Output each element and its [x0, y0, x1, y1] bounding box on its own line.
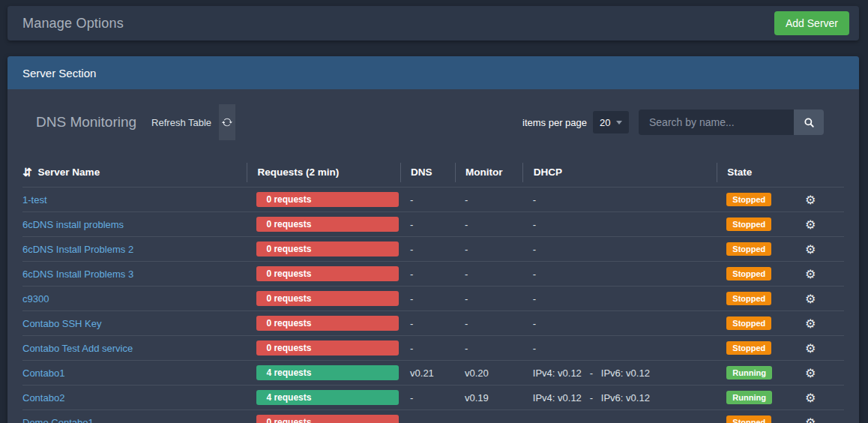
gear-icon[interactable]: ⚙: [801, 391, 820, 405]
server-name-cell: Demo Contabo1: [22, 417, 247, 423]
monitor-value: v0.19: [455, 392, 522, 404]
monitor-value: -: [455, 268, 522, 280]
gear-icon[interactable]: ⚙: [801, 218, 820, 232]
gear-icon[interactable]: ⚙: [801, 341, 820, 356]
column-label-monitor: Monitor: [465, 166, 503, 178]
server-name-cell: c9300: [22, 293, 247, 304]
gear-icon[interactable]: ⚙: [801, 416, 820, 423]
table-row: 6cDNS Install Problems 3 0 requests - - …: [22, 261, 844, 286]
state-badge: Stopped: [726, 242, 771, 256]
gear-icon[interactable]: ⚙: [801, 292, 820, 306]
gear-icon[interactable]: ⚙: [801, 242, 820, 256]
dhcp-value: -: [522, 194, 717, 206]
server-name-link[interactable]: 6cDNS Install Problems 2: [22, 244, 133, 255]
server-name-link[interactable]: 6cDNS Install Problems 3: [22, 268, 133, 280]
requests-cell: 0 requests: [247, 217, 400, 232]
dns-value: -: [400, 318, 455, 329]
table-row: Contabo SSH Key 0 requests - - - Stopped…: [22, 310, 844, 335]
state-badge: Stopped: [726, 267, 771, 280]
server-name-cell: 6cDNS Install Problems 3: [22, 268, 247, 280]
server-name-link[interactable]: Contabo SSH Key: [22, 318, 102, 329]
gear-icon[interactable]: ⚙: [801, 193, 820, 207]
gear-icon[interactable]: ⚙: [801, 316, 820, 331]
server-name-link[interactable]: 1-test: [22, 194, 47, 206]
dhcp-value: -: [522, 343, 717, 354]
server-name-link[interactable]: Contabo2: [22, 392, 64, 404]
column-header-server-name[interactable]: ⇵ Server Name: [22, 163, 247, 182]
items-per-page-value: 20: [600, 117, 610, 128]
server-section-panel: Server Section DNS Monitoring Refresh Ta…: [7, 56, 859, 423]
actions-cell: ⚙: [799, 218, 844, 232]
dns-value: v0.21: [400, 368, 455, 379]
dns-value: -: [400, 194, 455, 206]
server-name-cell: Contabo1: [22, 368, 247, 379]
search-button[interactable]: [794, 110, 824, 135]
requests-badge: 4 requests: [256, 390, 399, 405]
column-header-monitor: Monitor: [455, 163, 522, 182]
state-badge: Stopped: [726, 341, 771, 355]
column-label-server-name: Server Name: [38, 166, 100, 178]
dhcp-value: -: [522, 293, 717, 304]
state-cell: Running: [717, 391, 799, 404]
dns-value: -: [400, 392, 455, 404]
monitor-value: -: [455, 293, 522, 304]
table-row: 1-test 0 requests - - - Stopped ⚙: [22, 187, 844, 212]
monitor-value: -: [455, 219, 522, 230]
server-name-cell: Contabo Test Add service: [22, 343, 247, 354]
dns-value: -: [400, 268, 455, 280]
state-badge: Stopped: [726, 193, 771, 206]
items-per-page-select[interactable]: 20: [593, 111, 629, 134]
server-section-title: Server Section: [22, 67, 96, 80]
requests-cell: 0 requests: [247, 316, 400, 331]
gear-icon[interactable]: ⚙: [801, 267, 820, 281]
dns-value: -: [400, 293, 455, 304]
actions-cell: ⚙: [799, 242, 844, 256]
server-name-link[interactable]: c9300: [22, 293, 49, 304]
requests-badge: 0 requests: [256, 291, 399, 306]
state-cell: Running: [717, 366, 799, 380]
requests-cell: 4 requests: [247, 365, 400, 380]
actions-cell: ⚙: [799, 316, 844, 331]
server-name-cell: 6cDNS Install Problems 2: [22, 244, 247, 255]
dhcp-value: -: [522, 268, 717, 280]
requests-cell: 4 requests: [247, 390, 400, 405]
column-header-state: State: [717, 163, 799, 182]
actions-cell: ⚙: [799, 267, 844, 281]
gear-icon[interactable]: ⚙: [801, 366, 820, 380]
monitor-value: -: [455, 244, 522, 255]
state-cell: Stopped: [717, 416, 799, 423]
actions-cell: ⚙: [799, 292, 844, 306]
server-name-link[interactable]: Contabo Test Add service: [22, 343, 133, 354]
state-cell: Stopped: [717, 292, 799, 305]
state-badge: Running: [726, 391, 772, 404]
requests-cell: 0 requests: [247, 415, 400, 423]
server-section-header: Server Section: [7, 56, 859, 89]
toolbar-right-group: items per page 20: [522, 110, 824, 135]
table-toolbar: DNS Monitoring Refresh Table items per p…: [22, 104, 844, 140]
requests-cell: 0 requests: [247, 242, 400, 256]
server-name-link[interactable]: 6cDNS install problems: [22, 219, 124, 230]
chevron-down-icon: [616, 121, 622, 124]
table-row: 6cDNS Install Problems 2 0 requests - - …: [22, 236, 844, 261]
search-input[interactable]: [639, 110, 794, 135]
requests-badge: 0 requests: [256, 316, 399, 331]
server-name-cell: 6cDNS install problems: [22, 219, 247, 230]
server-name-link[interactable]: Demo Contabo1: [22, 417, 94, 423]
dns-value: -: [400, 417, 455, 423]
server-name-link[interactable]: Contabo1: [22, 368, 64, 379]
refresh-table-button[interactable]: [219, 104, 235, 140]
sort-icon[interactable]: ⇵: [22, 166, 32, 179]
table-body: 1-test 0 requests - - - Stopped ⚙ 6cDNS …: [22, 187, 844, 423]
requests-cell: 0 requests: [247, 266, 400, 281]
table-row: c9300 0 requests - - - Stopped ⚙: [22, 286, 844, 310]
search-icon: [804, 117, 815, 128]
column-label-dns: DNS: [411, 166, 433, 178]
dhcp-value: -: [522, 417, 717, 423]
add-server-button[interactable]: Add Server: [774, 11, 849, 35]
dns-value: -: [400, 219, 455, 230]
page-title: Manage Options: [22, 16, 124, 32]
search-group: [639, 110, 824, 135]
state-cell: Stopped: [717, 267, 799, 280]
requests-badge: 0 requests: [256, 242, 399, 256]
state-badge: Stopped: [726, 416, 771, 423]
